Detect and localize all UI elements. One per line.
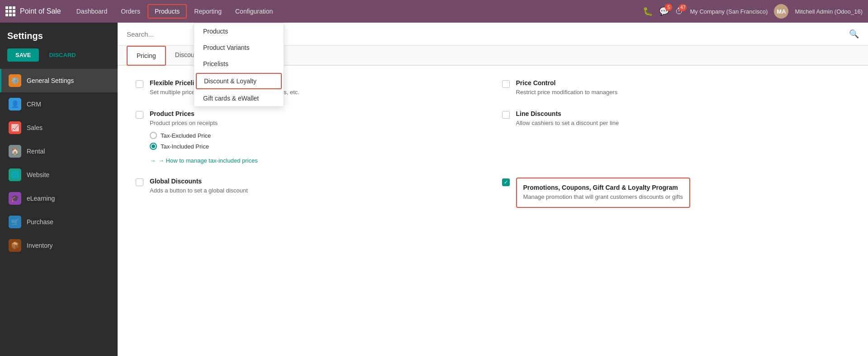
global-discounts-desc: Adds a button to set a global discount [150, 187, 248, 195]
sidebar-item-rental[interactable]: 🏠 Rental [0, 140, 118, 163]
checkbox-line-discounts[interactable] [502, 111, 510, 119]
grid-icon [5, 6, 15, 16]
sidebar-item-general-settings[interactable]: ⚙️ General Settings [0, 69, 118, 92]
products-dropdown: Products Product Variants Pricelists Dis… [194, 23, 284, 107]
sidebar: Settings SAVE DISCARD ⚙️ General Setting… [0, 23, 118, 356]
radio-group-price-type: Tax-Excluded Price Tax-Included Price [150, 132, 211, 154]
sidebar-item-inventory[interactable]: 📦 Inventory [0, 234, 118, 257]
page-layout: Settings SAVE DISCARD ⚙️ General Setting… [0, 23, 868, 356]
checkbox-promotions[interactable] [502, 178, 510, 186]
purchase-icon: 🛒 [9, 216, 21, 228]
inventory-icon: 📦 [9, 239, 21, 252]
nav-products[interactable]: Products [147, 4, 187, 19]
radio-btn-tax-included[interactable] [150, 143, 157, 150]
sidebar-label-elearning: eLearning [27, 195, 55, 202]
dropdown-item-variants[interactable]: Product Variants [194, 39, 284, 56]
rental-icon: 🏠 [9, 145, 21, 158]
checkbox-flexible-pricelists[interactable] [136, 80, 143, 88]
avatar[interactable]: MA [774, 4, 788, 19]
crm-icon: 👤 [9, 98, 21, 111]
nav-orders[interactable]: Orders [114, 5, 147, 18]
navbar: Point of Sale Dashboard Orders Products … [0, 0, 868, 23]
radio-tax-included[interactable]: Tax-Included Price [150, 143, 211, 150]
gear-icon: ⚙️ [9, 74, 21, 87]
price-control-title: Price Control [516, 79, 618, 87]
sidebar-label-crm: CRM [27, 101, 41, 108]
checkbox-price-control[interactable] [502, 80, 510, 88]
setting-price-control: Price Control Restrict price modificatio… [502, 79, 850, 96]
clock-badge: 47 [679, 4, 687, 11]
radio-label-tax-excluded: Tax-Excluded Price [161, 132, 211, 139]
navbar-menu: Dashboard Orders Products Reporting Conf… [70, 4, 643, 19]
sidebar-item-website[interactable]: 🌐 Website [0, 163, 118, 187]
settings-row-2: Product Prices Product prices on receipt… [136, 110, 850, 164]
sidebar-label-inventory: Inventory [27, 242, 53, 249]
promotions-highlighted-box: Promotions, Coupons, Gift Card & Loyalty… [516, 178, 690, 207]
brand[interactable]: Point of Sale [5, 6, 61, 16]
chat-badge: 5 [665, 4, 672, 11]
sidebar-item-purchase[interactable]: 🛒 Purchase [0, 210, 118, 234]
checkbox-global-discounts[interactable] [136, 178, 143, 186]
nav-configuration[interactable]: Configuration [229, 5, 279, 18]
line-discounts-title: Line Discounts [516, 110, 619, 117]
promotions-title: Promotions, Coupons, Gift Card & Loyalty… [523, 184, 683, 191]
setting-text-promotions: Promotions, Coupons, Gift Card & Loyalty… [523, 184, 683, 201]
sidebar-actions: SAVE DISCARD [0, 45, 118, 69]
setting-product-prices-header: Product Prices Product prices on receipt… [136, 110, 218, 127]
dropdown-item-discount[interactable]: Discount & Loyalty [196, 73, 282, 89]
dropdown-item-products[interactable]: Products [194, 23, 284, 39]
discard-button[interactable]: DISCARD [43, 48, 81, 62]
nav-dashboard[interactable]: Dashboard [70, 5, 114, 18]
sales-icon: 📈 [9, 121, 21, 134]
search-icon[interactable]: 🔍 [849, 29, 859, 39]
tax-included-link[interactable]: → → How to manage tax-included prices [150, 157, 258, 164]
dropdown-item-pricelists[interactable]: Pricelists [194, 56, 284, 72]
product-prices-desc: Product prices on receipts [150, 119, 218, 127]
promotions-desc: Manage promotion that will grant custome… [523, 193, 683, 201]
sidebar-label-website: Website [27, 171, 49, 178]
tab-pricing[interactable]: Pricing [127, 46, 166, 66]
clock-icon[interactable]: ⏱ 47 [675, 7, 683, 16]
checkbox-product-prices[interactable] [136, 111, 143, 119]
tax-link-text[interactable]: → How to manage tax-included prices [158, 157, 258, 164]
sidebar-item-elearning[interactable]: 🎓 eLearning [0, 187, 118, 210]
radio-label-tax-included: Tax-Included Price [161, 143, 209, 150]
setting-text-line-discounts: Line Discounts Allow cashiers to set a d… [516, 110, 619, 127]
setting-line-discounts: Line Discounts Allow cashiers to set a d… [502, 110, 850, 127]
price-control-desc: Restrict price modification to managers [516, 88, 618, 96]
arrow-right-icon: → [150, 157, 156, 164]
setting-product-prices: Product Prices Product prices on receipt… [136, 110, 484, 164]
brand-title[interactable]: Point of Sale [20, 7, 61, 15]
global-discounts-title: Global Discounts [150, 178, 248, 185]
radio-tax-excluded[interactable]: Tax-Excluded Price [150, 132, 211, 139]
admin-name: Mitchell Admin (Odoo_16) [795, 8, 863, 15]
sidebar-label-general: General Settings [27, 77, 74, 84]
save-button[interactable]: SAVE [7, 48, 39, 62]
radio-btn-tax-excluded[interactable] [150, 132, 157, 139]
setting-text-product-prices: Product Prices Product prices on receipt… [150, 110, 218, 127]
settings-row-3: Global Discounts Adds a button to set a … [136, 178, 850, 207]
setting-promotions: Promotions, Coupons, Gift Card & Loyalty… [502, 178, 850, 207]
navbar-right: 🐛 💬 5 ⏱ 47 My Company (San Francisco) MA… [643, 4, 863, 19]
elearning-icon: 🎓 [9, 192, 21, 205]
setting-flexible-pricelists: Flexible Pricelists Set multiple prices … [136, 79, 484, 96]
sidebar-label-purchase: Purchase [27, 218, 53, 226]
setting-global-discounts: Global Discounts Adds a button to set a … [136, 178, 484, 195]
nav-reporting[interactable]: Reporting [188, 5, 228, 18]
sidebar-label-sales: Sales [27, 124, 43, 131]
chat-icon[interactable]: 💬 5 [659, 6, 669, 16]
bug-icon[interactable]: 🐛 [643, 6, 653, 16]
product-prices-title: Product Prices [150, 110, 218, 117]
website-icon: 🌐 [9, 168, 21, 181]
sidebar-title: Settings [0, 23, 118, 45]
setting-text-global-discounts: Global Discounts Adds a button to set a … [150, 178, 248, 195]
sidebar-label-rental: Rental [27, 148, 45, 155]
sidebar-item-crm[interactable]: 👤 CRM [0, 92, 118, 116]
sidebar-item-sales[interactable]: 📈 Sales [0, 116, 118, 140]
dropdown-item-giftcards[interactable]: Gift cards & eWallet [194, 90, 284, 106]
company-name: My Company (San Francisco) [690, 8, 768, 15]
setting-text-price-control: Price Control Restrict price modificatio… [516, 79, 618, 96]
line-discounts-desc: Allow cashiers to set a discount per lin… [516, 119, 619, 127]
